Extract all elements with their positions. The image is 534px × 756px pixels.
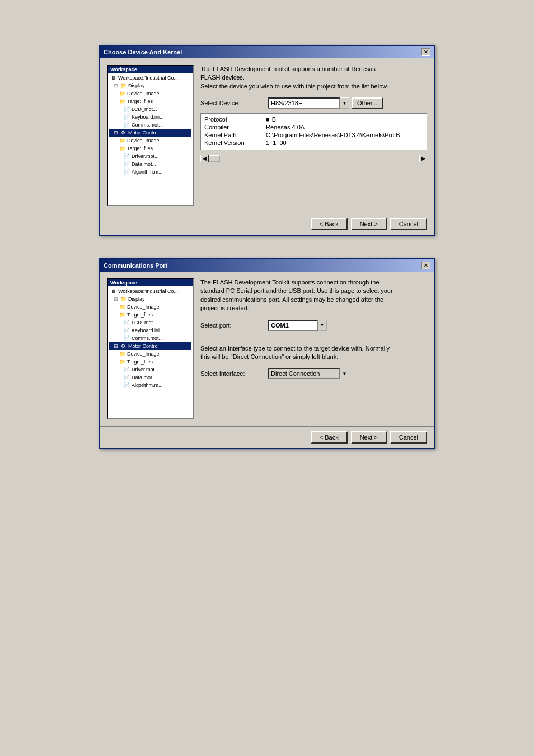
tree-item-device-image-1[interactable]: Device_Image bbox=[109, 90, 191, 97]
file-icon-data bbox=[123, 160, 130, 168]
interface-select-group: Direct Connection ▼ bbox=[268, 368, 349, 379]
tree-item-comms[interactable]: Comms.mot... bbox=[109, 121, 191, 129]
device-input-group: H8S/2318F ▼ Other... bbox=[268, 97, 427, 109]
tree-item-keyboard[interactable]: Keyboard.ini... bbox=[109, 113, 191, 121]
desc-line1-1: The FLASH Development Toolkit supports a… bbox=[200, 65, 427, 91]
scrollbar-thumb bbox=[209, 155, 220, 162]
port-select-box[interactable]: COM1 bbox=[268, 320, 318, 331]
scroll-left-btn[interactable]: ◀ bbox=[200, 155, 208, 162]
dialog-title-2: Communications Port bbox=[104, 262, 167, 269]
scrollbar-area-1: ◀ ▶ bbox=[200, 155, 427, 162]
folder-icon-target-2 bbox=[118, 144, 126, 152]
next-button-1[interactable]: Next > bbox=[351, 218, 387, 230]
workspace-icon bbox=[109, 74, 117, 82]
folder-icon-target-4 bbox=[118, 358, 126, 366]
folder-icon-device-image-1 bbox=[118, 90, 126, 97]
dialog-title-1: Choose Device And Kernel bbox=[104, 49, 182, 55]
tree-item-device-image-3[interactable]: Device_Image bbox=[109, 303, 191, 311]
dialog-titlebar-1: Choose Device And Kernel ✕ bbox=[100, 46, 434, 58]
device-select-group: H8S/2318F ▼ bbox=[268, 97, 349, 109]
tree-item-motor-2[interactable]: ⊟ Motor Control bbox=[109, 342, 191, 350]
file-icon-lcd-2 bbox=[123, 319, 130, 326]
dialog-buttons-2: < Back Next > Cancel bbox=[100, 426, 434, 448]
file-icon-algorithm-2 bbox=[123, 381, 130, 389]
tree-item-algorithm-2[interactable]: Algorithm.m... bbox=[109, 381, 191, 389]
info-row-protocol: Protocol ■ B bbox=[204, 116, 423, 123]
tree-item-target-files-3[interactable]: Target_files bbox=[109, 311, 191, 319]
dialog-close-2[interactable]: ✕ bbox=[421, 262, 430, 269]
folder-icon-device-3 bbox=[118, 303, 126, 311]
tree-item-target-files-1[interactable]: Target_files bbox=[109, 97, 191, 105]
tree-item-driver-2[interactable]: Driver.mot... bbox=[109, 366, 191, 374]
tree-item-lcd[interactable]: LCD_mot... bbox=[109, 105, 191, 113]
folder-icon-target-1 bbox=[118, 97, 126, 105]
file-icon-algorithm bbox=[123, 168, 130, 176]
select-device-label: Select Device: bbox=[200, 100, 268, 106]
tree-content-1: Workspace:'Industrial Co... ⊟ Display De… bbox=[108, 73, 193, 205]
select-interface-row: Select Interface: Direct Connection ▼ bbox=[200, 368, 427, 379]
file-icon-keyboard bbox=[123, 113, 130, 121]
dialog-choose-device: Choose Device And Kernel ✕ Workspace Wor… bbox=[99, 45, 435, 236]
tree-item-display-2[interactable]: ⊟ Display bbox=[109, 295, 191, 303]
folder-icon-display bbox=[119, 82, 127, 90]
folder-icon-target-3 bbox=[118, 311, 126, 319]
interface-select-box[interactable]: Direct Connection bbox=[268, 368, 340, 379]
dialog-buttons-1: < Back Next > Cancel bbox=[100, 213, 434, 235]
tree-item-workspace-2[interactable]: Workspace:'Industrial Co... bbox=[109, 287, 191, 295]
info-row-kernel-version: Kernel Version 1_1_00 bbox=[204, 139, 423, 146]
workspace-panel-2: Workspace Workspace:'Industrial Co... ⊟ … bbox=[107, 278, 194, 419]
dialog-titlebar-2: Communications Port ✕ bbox=[100, 259, 434, 272]
back-button-1[interactable]: < Back bbox=[311, 218, 348, 230]
other-button[interactable]: Other... bbox=[352, 97, 383, 109]
tree-item-display[interactable]: ⊟ Display bbox=[109, 82, 191, 90]
tree-item-device-image-4[interactable]: Device_Image bbox=[109, 350, 191, 358]
workspace-title-1: Workspace bbox=[108, 66, 193, 73]
gear-icon-motor bbox=[119, 129, 127, 137]
info-row-kernel-path: Kernel Path C:\Program Files\Renesas\FDT… bbox=[204, 132, 423, 138]
tree-item-algorithm[interactable]: Algorithm.m... bbox=[109, 168, 191, 176]
tree-item-comms-2[interactable]: Comms.mot... bbox=[109, 334, 191, 342]
cancel-button-1[interactable]: Cancel bbox=[390, 218, 427, 230]
next-button-2[interactable]: Next > bbox=[351, 431, 387, 444]
tree-item-motor[interactable]: ⊟ Motor Control bbox=[109, 129, 191, 137]
tree-item-keyboard-2[interactable]: Keyboard.ini... bbox=[109, 326, 191, 334]
file-icon-driver bbox=[123, 152, 130, 160]
device-dropdown-arrow[interactable]: ▼ bbox=[340, 97, 349, 109]
tree-item-driver[interactable]: Driver.mot... bbox=[109, 152, 191, 160]
back-button-2[interactable]: < Back bbox=[311, 431, 348, 444]
workspace-title-2: Workspace bbox=[108, 279, 193, 286]
select-port-label: Select port: bbox=[200, 322, 268, 329]
tree-item-data[interactable]: Data.mot... bbox=[109, 160, 191, 168]
scrollbar-track[interactable] bbox=[208, 155, 419, 162]
scroll-right-btn[interactable]: ▶ bbox=[419, 155, 427, 162]
port-select-group: COM1 ▼ bbox=[268, 320, 327, 331]
dialog-close-1[interactable]: ✕ bbox=[421, 48, 430, 56]
comm-description: The FLASH Development Toolkit supports c… bbox=[200, 278, 427, 313]
folder-icon-display-2 bbox=[119, 295, 127, 303]
folder-icon-device-4 bbox=[118, 350, 126, 358]
tree-item-target-files-4[interactable]: Target_files bbox=[109, 358, 191, 366]
gear-icon-motor-2 bbox=[119, 342, 127, 350]
file-icon-data-2 bbox=[123, 374, 130, 381]
file-icon-lcd bbox=[123, 105, 130, 113]
cancel-button-2[interactable]: Cancel bbox=[390, 431, 427, 444]
interface-dropdown-arrow[interactable]: ▼ bbox=[340, 368, 349, 379]
folder-icon-device-image-2 bbox=[118, 137, 126, 144]
workspace-icon-2 bbox=[109, 287, 117, 295]
tree-item-target-files-2[interactable]: Target_files bbox=[109, 144, 191, 152]
right-panel-2: The FLASH Development Toolkit supports c… bbox=[200, 278, 427, 419]
select-port-row: Select port: COM1 ▼ bbox=[200, 320, 427, 331]
file-icon-driver-2 bbox=[123, 366, 130, 374]
tree-item-workspace[interactable]: Workspace:'Industrial Co... bbox=[109, 74, 191, 82]
file-icon-keyboard-2 bbox=[123, 326, 130, 334]
select-interface-label: Select Interface: bbox=[200, 370, 268, 377]
dialog-communications: Communications Port ✕ Workspace Workspac… bbox=[99, 258, 435, 449]
info-box: Protocol ■ B Compiler Renesas 4.0A Kerne… bbox=[200, 113, 427, 150]
tree-item-device-image-2[interactable]: Device_Image bbox=[109, 137, 191, 144]
tree-content-2: Workspace:'Industrial Co... ⊟ Display De… bbox=[108, 286, 193, 418]
workspace-panel-1: Workspace Workspace:'Industrial Co... ⊟ … bbox=[107, 65, 194, 206]
device-select-box[interactable]: H8S/2318F bbox=[268, 97, 340, 109]
port-dropdown-arrow[interactable]: ▼ bbox=[318, 320, 327, 331]
tree-item-lcd-2[interactable]: LCD_mot... bbox=[109, 319, 191, 326]
tree-item-data-2[interactable]: Data.mot... bbox=[109, 374, 191, 381]
